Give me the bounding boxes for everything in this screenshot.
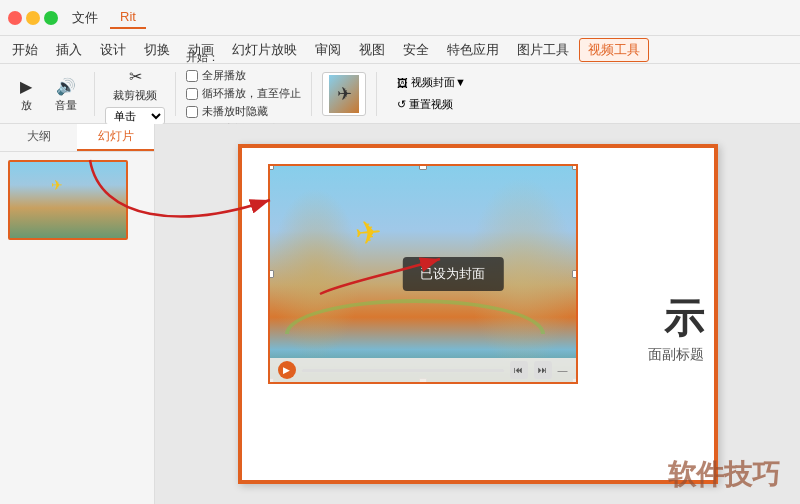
volume-button[interactable]: 🔊 音量: [48, 72, 84, 115]
handle-ml[interactable]: [268, 270, 274, 278]
thumb-airplane: ✈: [51, 177, 63, 193]
menu-special[interactable]: 特色应用: [439, 39, 507, 61]
toolbar-crop-group: ✂ 裁剪视频 单击 自动: [105, 62, 165, 125]
menu-design[interactable]: 设计: [92, 39, 134, 61]
crop-icon: ✂: [123, 64, 147, 88]
trigger-dropdown[interactable]: 单击 自动: [105, 107, 165, 125]
win-btn-close[interactable]: [8, 11, 22, 25]
slide-thumb-area: 1 ✈: [0, 152, 154, 504]
slide-thumb-row: 1 ✈: [8, 160, 146, 240]
menubar: 开始 插入 设计 切换 动画 幻灯片放映 审阅 视图 安全 特色应用 图片工具 …: [0, 36, 800, 64]
sidebar: 大纲 幻灯片 1 ✈: [0, 124, 155, 504]
volume-label: 音量: [55, 98, 77, 113]
start-row: 开始：: [186, 50, 301, 65]
slide-text-sub: 面副标题: [648, 346, 704, 364]
toolbar-play-group: ▶ 放 🔊 音量: [8, 72, 84, 115]
slide-thumbnail[interactable]: ✈: [8, 160, 128, 240]
thumbnail-button[interactable]: ✈: [322, 72, 366, 116]
fullscreen-row: 全屏播放: [186, 68, 301, 83]
menu-start[interactable]: 开始: [4, 39, 46, 61]
sidebar-tab-group: 大纲 幻灯片: [0, 124, 154, 152]
menu-review[interactable]: 审阅: [307, 39, 349, 61]
handle-tc[interactable]: [419, 164, 427, 170]
vc-time: —: [558, 365, 568, 376]
start-label: 开始：: [186, 50, 219, 65]
vc-next-btn[interactable]: ⏭: [534, 361, 552, 379]
video-element[interactable]: ✈ 已设为封面 ▶ ⏮ ⏭ —: [268, 164, 578, 384]
hidden-row: 未播放时隐藏: [186, 104, 301, 119]
vc-prev-btn[interactable]: ⏮: [510, 361, 528, 379]
cover-overlay: 已设为封面: [402, 257, 503, 291]
menu-video-tools[interactable]: 视频工具: [579, 38, 649, 62]
reset-button[interactable]: ↺ 重置视频: [391, 95, 472, 114]
fullscreen-label: 全屏播放: [202, 68, 246, 83]
divider-2: [175, 72, 176, 116]
thumb-sky: [10, 162, 126, 208]
handle-mr[interactable]: [572, 270, 578, 278]
hidden-label: 未播放时隐藏: [202, 104, 268, 119]
trigger-row: 单击 自动: [105, 107, 165, 125]
toolbar-play-row: ▶ 放 🔊 音量: [8, 72, 84, 115]
cover-icon: 🖼: [397, 77, 408, 89]
win-btn-max[interactable]: [44, 11, 58, 25]
title-tab-file[interactable]: 文件: [62, 7, 108, 29]
thumb-ground: [10, 208, 126, 238]
win-btn-min[interactable]: [26, 11, 40, 25]
menu-transition[interactable]: 切换: [136, 39, 178, 61]
divider-1: [94, 72, 95, 116]
title-tab-group: 文件 Rit: [62, 7, 146, 29]
reset-icon: ↺: [397, 98, 406, 111]
loop-checkbox[interactable]: [186, 88, 198, 100]
loop-row: 循环播放，直至停止: [186, 86, 301, 101]
scene-clouds-left: [270, 188, 362, 361]
vc-play-btn[interactable]: ▶: [278, 361, 296, 379]
crop-label: 裁剪视频: [113, 88, 157, 103]
play-button[interactable]: ▶ 放: [8, 72, 44, 115]
canvas-area: ✈ 已设为封面 ▶ ⏮ ⏭ —: [155, 124, 800, 504]
slide-canvas[interactable]: ✈ 已设为封面 ▶ ⏮ ⏭ —: [238, 144, 718, 484]
main-area: 大纲 幻灯片 1 ✈: [0, 124, 800, 504]
menu-insert[interactable]: 插入: [48, 39, 90, 61]
title-tab-rit[interactable]: Rit: [110, 7, 146, 29]
vc-progress-bar[interactable]: [302, 369, 504, 372]
toolbar-right: 🖼 视频封面▼ ↺ 重置视频: [391, 73, 472, 114]
fullscreen-checkbox[interactable]: [186, 70, 198, 82]
divider-3: [311, 72, 312, 116]
volume-icon: 🔊: [54, 74, 78, 98]
menu-security[interactable]: 安全: [395, 39, 437, 61]
airplane-icon: ✈: [354, 212, 384, 252]
sidebar-tab-slides[interactable]: 幻灯片: [77, 124, 154, 151]
slide-text-main: 示: [664, 291, 704, 346]
cover-button[interactable]: 🖼 视频封面▼: [391, 73, 472, 92]
menu-image-tools[interactable]: 图片工具: [509, 39, 577, 61]
menu-view[interactable]: 视图: [351, 39, 393, 61]
thumbnail-preview: ✈: [329, 75, 359, 113]
divider-4: [376, 72, 377, 116]
sidebar-tab-outline[interactable]: 大纲: [0, 124, 77, 151]
titlebar: 文件 Rit: [0, 0, 800, 36]
crop-button[interactable]: ✂ 裁剪视频: [107, 62, 163, 105]
toolbar: ▶ 放 🔊 音量 ✂ 裁剪视频 单击 自动 开始：: [0, 64, 800, 124]
video-controls: ▶ ⏮ ⏭ —: [270, 358, 576, 382]
handle-tr[interactable]: [572, 164, 578, 170]
reset-label: 重置视频: [409, 97, 453, 112]
play-icon: ▶: [14, 74, 38, 98]
play-label: 放: [21, 98, 32, 113]
handle-tl[interactable]: [268, 164, 274, 170]
loop-label: 循环播放，直至停止: [202, 86, 301, 101]
hidden-checkbox[interactable]: [186, 106, 198, 118]
cover-label: 视频封面▼: [411, 75, 466, 90]
